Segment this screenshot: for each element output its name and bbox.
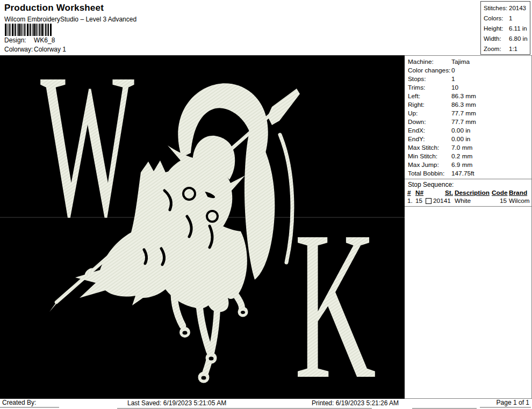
colorway-value: Colorway 1	[34, 46, 66, 53]
stop-sequence-table: # N# St. Description Code Brand 1. 15 20…	[405, 189, 531, 207]
stop-sequence-header-row: # N# St. Description Code Brand	[407, 189, 531, 197]
spear-head	[268, 89, 300, 125]
embroidery-design-graphic: W K	[0, 55, 405, 399]
total-bobbin-value: 147.75ft	[451, 169, 475, 178]
colors-value: 1	[509, 13, 512, 24]
page-title: Production Worksheet	[4, 3, 104, 13]
design-preview-canvas: W K	[0, 55, 405, 399]
col-code: Code	[492, 189, 509, 197]
color-changes-label: Color changes:	[408, 66, 451, 75]
footer-spacer-cell	[412, 399, 477, 409]
last-saved-text: Last Saved: 6/19/2023 5:21:05 AM	[127, 399, 226, 407]
col-stitches: St.	[433, 189, 455, 197]
left-value: 86.3 mm	[451, 92, 476, 100]
col-needle: N#	[415, 189, 426, 197]
down-value: 77.7 mm	[451, 118, 476, 126]
width-value: 6.80 in	[509, 34, 528, 44]
height-value: 6.11 in	[509, 24, 527, 34]
stops-label: Stops:	[408, 75, 451, 83]
shield	[245, 127, 275, 280]
app-name-subtitle: Wilcom EmbroideryStudio – Level 3 Advanc…	[4, 16, 136, 23]
col-description: Description	[455, 189, 492, 197]
zoom-label: Zoom:	[484, 44, 509, 54]
stitched-letter-w: W	[40, 55, 135, 259]
height-label: Height:	[484, 24, 509, 34]
color-changes-value: 0	[451, 66, 455, 75]
row-stitch-count: 20141	[433, 197, 455, 205]
machine-info-panel: Machine:Tajima Color changes:0 Stops:1 T…	[405, 55, 532, 399]
stitches-value: 20143	[509, 3, 526, 13]
col-num: #	[407, 189, 415, 197]
max-stitch-label: Max Stitch:	[408, 143, 451, 152]
down-label: Down:	[408, 118, 451, 126]
up-value: 77.7 mm	[451, 109, 476, 118]
row-brand: Wilcom	[509, 197, 530, 205]
header: Production Worksheet Wilcom EmbroiderySt…	[0, 0, 532, 55]
barcode	[5, 24, 53, 36]
production-worksheet-page: Production Worksheet Wilcom EmbroiderySt…	[0, 0, 532, 409]
max-jump-label: Max Jump:	[408, 160, 451, 169]
design-stats-box: Stitches:20143 Colors:1 Height:6.11 in W…	[480, 1, 530, 55]
trims-value: 10	[451, 83, 458, 92]
endy-value: 0.00 in	[451, 135, 470, 143]
colorway-label: Colorway:	[4, 46, 34, 53]
max-stitch-value: 7.0 mm	[451, 143, 472, 152]
colors-label: Colors:	[484, 13, 509, 24]
row-needle: 15	[415, 197, 426, 205]
stop-sequence-title: Stop Sequence:	[405, 179, 531, 189]
printed-text: Printed: 6/19/2023 5:21:26 AM	[312, 399, 399, 407]
row-num: 1.	[407, 197, 415, 205]
endx-value: 0.00 in	[451, 126, 470, 135]
footer: Created By: Last Saved: 6/19/2023 5:21:0…	[0, 399, 532, 409]
right-label: Right:	[408, 100, 451, 109]
width-label: Width:	[484, 34, 509, 44]
design-value: WK6_8	[34, 36, 55, 44]
colorway-row: Colorway:Colorway 1	[4, 46, 66, 53]
design-label: Design:	[4, 36, 34, 44]
machine-value: Tajima	[451, 57, 470, 66]
page-number-cell: Page 1 of 1	[480, 399, 531, 408]
stitches-label: Stitches:	[484, 3, 509, 13]
row-code: 15	[492, 197, 509, 205]
left-label: Left:	[408, 92, 451, 100]
spear-butt	[49, 297, 60, 312]
stitched-letter-k: K	[294, 187, 376, 399]
machine-label: Machine:	[408, 57, 451, 66]
col-brand: Brand	[509, 189, 527, 197]
stops-value: 1	[451, 75, 455, 83]
max-jump-value: 6.9 mm	[451, 160, 472, 169]
shield-rim	[280, 135, 292, 262]
total-bobbin-label: Total Bobbin:	[408, 169, 451, 178]
up-label: Up:	[408, 109, 451, 118]
zoom-value: 1:1	[509, 44, 517, 54]
thread-checkbox	[426, 198, 432, 204]
created-by-cell: Created By:	[0, 399, 59, 408]
machine-settings-list: Machine:Tajima Color changes:0 Stops:1 T…	[405, 56, 531, 179]
timestamps-cell: Last Saved: 6/19/2023 5:21:05 AM Printed…	[117, 399, 372, 409]
right-value: 86.3 mm	[451, 100, 476, 109]
min-stitch-value: 0.2 mm	[451, 152, 472, 160]
endy-label: EndY:	[408, 135, 451, 143]
trims-label: Trims:	[408, 83, 451, 92]
row-description: White	[455, 197, 492, 205]
stop-sequence-row: 1. 15 20141 White 15 Wilcom	[407, 197, 531, 205]
design-row: Design:WK6_8	[4, 36, 55, 44]
endx-label: EndX:	[408, 126, 451, 135]
min-stitch-label: Min Stitch:	[408, 152, 451, 160]
